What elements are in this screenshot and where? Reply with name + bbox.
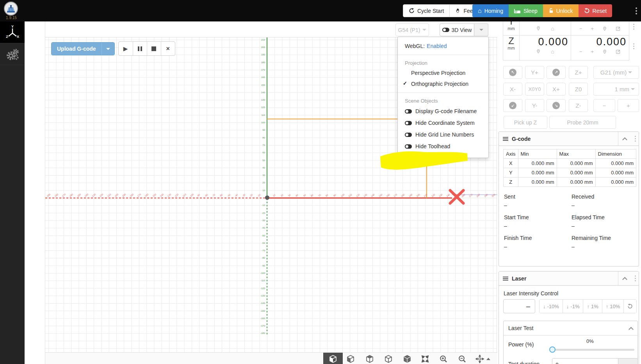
pin-icon[interactable] [602,26,607,32]
laser-collapse-button[interactable] [618,272,631,285]
grid-line-number: 50 [262,159,265,162]
minus-icon[interactable]: − [579,26,582,32]
pin-icon[interactable] [536,26,541,31]
view-top-button[interactable] [384,354,393,364]
menu-item-perspective[interactable]: Perspective Projection [398,67,488,78]
jog-xplus-button[interactable]: X+ [547,83,566,96]
app-logo[interactable] [4,2,18,16]
webgl-label: WebGL: [405,43,425,49]
laser-plus-10-label: 10% [610,304,620,309]
jog-xminus-yplus-button[interactable]: ↖ [503,66,522,79]
upload-gcode-dropdown-button[interactable] [101,43,114,55]
laser-plus-1-button[interactable]: ↑ 1% [583,300,602,313]
close-gcode-button[interactable]: × [161,42,175,55]
stop-button[interactable] [147,42,161,55]
jog-units-dropdown[interactable]: G21 (mm) [593,66,639,79]
grid-line-number: 20 [280,194,283,197]
plus-icon[interactable]: + [591,49,594,55]
menu-item-display-gcode-filename[interactable]: Display G-code Filename [398,105,488,117]
pick-up-z-button[interactable]: Pick up Z [504,116,547,129]
axis-row-drag-handle[interactable] [633,46,634,47]
view-options-menu: WebGL: Enabled Projection Perspective Pr… [397,37,489,158]
reset-button[interactable]: Reset [579,4,613,17]
unlock-button[interactable]: Unlock [543,4,579,17]
power-slider[interactable] [550,349,634,351]
view-right-button[interactable] [365,354,374,364]
view-3d-button[interactable] [402,354,412,364]
jog-xminus-button[interactable]: X- [503,83,522,96]
wcs-dropdown[interactable]: G54 (P1) [395,23,429,36]
sidebar-item-settings[interactable] [0,43,25,65]
pan-button[interactable] [475,354,484,364]
laser-minus-1-button[interactable]: ↓ -1% [563,300,583,313]
grid-line-number: 70 [262,144,265,146]
laser-menu-button[interactable] [631,272,639,285]
view-front-button[interactable] [328,354,338,364]
menu-item-hide-grid-line-numbers[interactable]: Hide Grid Line Numbers [398,129,488,140]
upload-gcode-button[interactable]: Upload G-code [52,43,101,55]
view-left-button[interactable] [346,354,355,364]
camera-mode-caret-button[interactable] [486,354,491,364]
grid-line-number: 80 [325,194,329,197]
menu-item-hide-toolhead[interactable]: Hide Toolhead [398,140,488,152]
edit-icon[interactable] [616,26,621,31]
zoom-out-button[interactable] [458,354,467,364]
run-button[interactable]: ▶ [119,42,133,55]
chevron-up-icon[interactable] [629,327,634,332]
undo-icon [627,304,633,309]
jog-xminus-yminus-button[interactable]: ↙ [503,99,522,112]
upload-gcode-label: Upload G-code [57,46,96,52]
jog-zplus-button[interactable]: Z+ [569,66,588,79]
grid-line-number: 110 [348,194,352,198]
menu-item-orthographic[interactable]: ✓ Orthographic Projection [398,78,488,89]
jog-z0-button[interactable]: Z0 [569,83,588,96]
sleep-button[interactable]: Sleep [509,4,543,17]
gcode-collapse-button[interactable] [618,132,631,146]
axis-row-drag-handle[interactable] [633,26,634,27]
jog-zminus-button[interactable]: Z- [569,99,588,112]
pan-icon [475,355,484,363]
step-decrease-button[interactable]: − [593,99,615,112]
jog-x0y0-button[interactable]: X0Y0 [525,83,544,96]
laser-reset-button[interactable] [623,300,636,313]
topbar-menu-dots[interactable] [636,6,637,13]
homing-button[interactable]: ⌂ Homing [472,4,509,17]
cycle-start-button[interactable]: Cycle Start [403,5,449,17]
edit-icon[interactable] [616,49,621,54]
laser-plus-10-button[interactable]: ↑ 10% [602,300,624,313]
menu-item-hide-coordinate-system[interactable]: Hide Coordinate System [398,117,488,129]
hamburger-icon[interactable] [503,276,508,281]
pin-icon[interactable] [602,49,607,55]
jog-step-dropdown[interactable]: 1 mm [593,83,639,96]
zoom-in-button[interactable] [439,354,448,364]
jog-xplus-yplus-button[interactable]: ↗ [547,66,566,79]
grid-line-number: -40 [262,227,265,229]
arrow-down-right-icon: ↘ [552,102,560,109]
kebab-menu-icon [636,10,637,12]
plus-icon[interactable]: + [591,26,594,32]
hamburger-icon[interactable] [503,136,508,142]
arrow-down-icon: ↓ [566,304,569,309]
feedhold-icon [455,8,461,14]
pin-icon[interactable] [536,49,541,54]
sidebar-item-workspace[interactable]: Y Z X [0,21,25,43]
test-duration-input[interactable] [552,358,618,364]
jog-xplus-yminus-button[interactable]: ↘ [547,99,566,112]
probe-button[interactable]: Probe 20mm [549,116,616,129]
grid-line-number: -70 [262,249,265,252]
minus-icon[interactable]: − [579,49,582,55]
axes-position-table: Y mm ⌂ − + Z mm [503,21,629,60]
home-icon[interactable]: ⌂ [551,49,554,54]
home-icon[interactable]: ⌂ [551,26,554,31]
step-increase-button[interactable]: + [618,99,639,112]
power-slider-knob[interactable] [549,346,556,353]
jog-yplus-button[interactable]: Y+ [525,66,544,79]
gcode-menu-button[interactable] [631,132,639,146]
jog-yminus-button[interactable]: Y- [525,99,544,112]
laser-minus-10-button[interactable]: ↓ -10% [540,300,563,313]
table-row: Z 0.000 mm 0.000 mm 0.000 mm [504,178,636,187]
3d-view-toggle-button[interactable]: 3D View [440,23,474,36]
pause-button[interactable] [133,42,147,55]
fit-view-button[interactable] [420,354,430,364]
view-options-dropdown-button[interactable] [474,23,488,36]
